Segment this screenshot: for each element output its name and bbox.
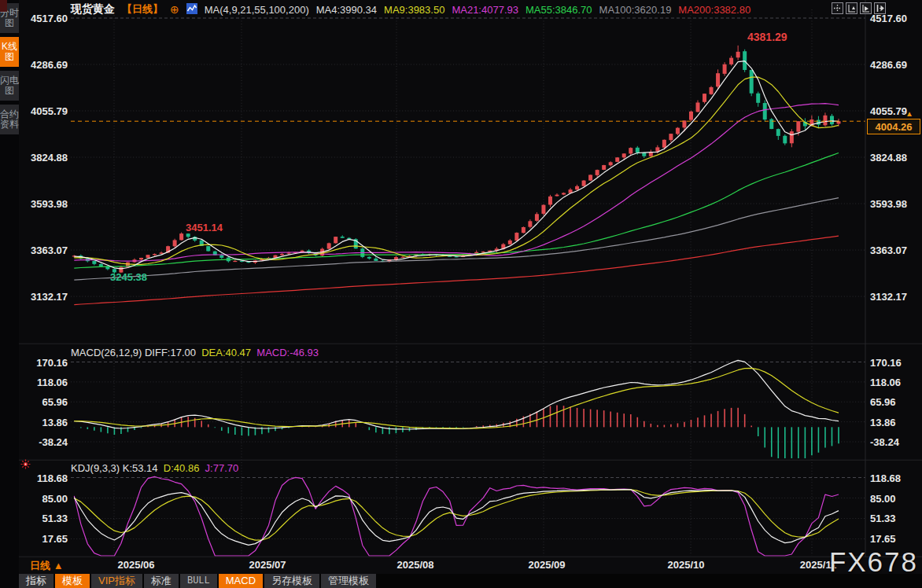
kdj-k-value: K:53.14 xyxy=(123,462,158,474)
kdj-axis-label: 17.65 xyxy=(20,533,68,545)
kdj-axis-label: 51.33 xyxy=(870,513,896,524)
kdj-j-value: J:77.70 xyxy=(205,462,239,474)
corner-decoration xyxy=(0,0,7,12)
kdj-axis-label: 118.68 xyxy=(870,472,901,483)
macd-axis-label: 13.86 xyxy=(870,416,896,428)
sidebar-item-contract-info[interactable]: 合约资料 xyxy=(0,105,19,134)
trading-app: 分时图 K线图 闪电图 合约资料 现货黄金 【日线】 ⊕ MA(4,9,21,5… xyxy=(0,0,922,588)
price-axis-label: 4055.79 xyxy=(870,105,907,117)
ma200-value: MA200:3382.80 xyxy=(678,4,751,16)
macd-axis-label: 118.06 xyxy=(870,376,901,388)
macd-axis-label: 118.06 xyxy=(20,376,68,388)
kdj-axis-label: 17.65 xyxy=(870,533,896,545)
axis-zoom-up-icon[interactable] xyxy=(846,2,857,14)
tab-manage-templates[interactable]: 管理模板 xyxy=(321,574,376,588)
price-axis-label: 4517.60 xyxy=(20,13,68,24)
expand-icon[interactable]: ⊕ xyxy=(170,3,179,16)
price-axis-label: 3593.98 xyxy=(20,198,68,210)
price-axis-label: 4286.69 xyxy=(20,59,68,71)
tab-bull[interactable]: BULL xyxy=(180,574,217,588)
tab-indicators[interactable]: 指标 xyxy=(19,574,53,588)
kdj-axis-label: 51.33 xyxy=(20,513,68,524)
swing-high-annotation: 3451.14 xyxy=(186,222,223,233)
macd-axis-label: 65.96 xyxy=(20,396,68,408)
tab-templates[interactable]: 模板 xyxy=(55,574,90,588)
macd-axis-label: -38.24 xyxy=(20,435,68,447)
price-axis-label: 4055.79 xyxy=(20,105,68,117)
macd-axis-label: 13.86 xyxy=(20,416,68,428)
high-price-annotation: 4381.29 xyxy=(747,31,787,43)
chart-header: 现货黄金 【日线】 ⊕ MA(4,9,21,55,100,200) MA4:39… xyxy=(71,2,751,17)
macd-diff-value: DIFF:17.00 xyxy=(145,347,196,358)
line-chart-icon[interactable] xyxy=(186,3,197,17)
macd-dea-value: DEA:40.47 xyxy=(201,347,251,358)
price-axis-label: 3824.88 xyxy=(870,152,907,164)
price-axis-label: 3132.17 xyxy=(20,291,68,303)
kdj-d-value: D:40.86 xyxy=(164,462,200,474)
month-label: 2025/08 xyxy=(397,559,434,571)
ma-params-label: MA(4,9,21,55,100,200) xyxy=(205,4,309,16)
kdj-title[interactable]: KDJ(9,3,3) xyxy=(71,462,120,474)
swing-low-annotation: 3245.38 xyxy=(110,271,147,283)
macd-header: MACD(26,12,9) DIFF:17.00 DEA:40.47 MACD:… xyxy=(71,347,319,358)
macd-axis-label: 65.96 xyxy=(870,396,896,408)
last-price-label: 4004.26 xyxy=(867,119,920,134)
crosshair-icon[interactable] xyxy=(832,2,843,14)
sidebar-item-lightning-chart[interactable]: 闪电图 xyxy=(0,71,19,101)
month-label: 2025/10 xyxy=(668,559,705,571)
macd-axis-label: 170.16 xyxy=(870,356,902,368)
sidebar-item-kline-chart[interactable]: K线图 xyxy=(0,37,19,67)
kdj-axis-label: 85.00 xyxy=(870,492,896,504)
sidebar: 分时图 K线图 闪电图 合约资料 xyxy=(0,0,19,588)
watermark: FX678 xyxy=(829,546,918,578)
month-label: 2025/06 xyxy=(118,559,155,571)
tab-save-template[interactable]: 另存模板 xyxy=(264,574,319,588)
macd-axis-label: 170.16 xyxy=(20,356,68,368)
tab-standard[interactable]: 标准 xyxy=(144,574,179,588)
price-arrow-icon: ▲ xyxy=(905,109,913,118)
ma4-value: MA4:3990.34 xyxy=(316,4,377,16)
price-axis-label: 3363.07 xyxy=(870,244,907,256)
kdj-header: KDJ(9,3,3) K:53.14 D:40.86 J:77.70 xyxy=(71,462,238,474)
triangle-up-icon: ▲ xyxy=(53,560,64,571)
period-selector[interactable]: 日线 ▲ xyxy=(30,559,64,573)
price-axis-label: 3363.07 xyxy=(20,244,68,256)
symbol-name: 现货黄金 xyxy=(71,2,115,17)
price-axis-label: 4286.69 xyxy=(870,59,907,71)
ma9-value: MA9:3983.50 xyxy=(384,4,444,16)
price-axis-label: 3593.98 xyxy=(870,198,907,210)
tab-macd[interactable]: MACD xyxy=(219,574,263,588)
month-label: 2025/07 xyxy=(249,559,286,571)
indicator-settings-icon[interactable] xyxy=(20,458,31,472)
bottom-toolbar: 指标 模板 VIP指标 标准 BULL MACD 另存模板 管理模板 xyxy=(19,574,922,588)
kdj-axis-label: 118.68 xyxy=(20,472,68,483)
period-tag: 【日线】 xyxy=(122,2,163,17)
kdj-axis-label: 85.00 xyxy=(20,492,68,504)
month-label: 2025/09 xyxy=(529,559,566,571)
macd-bar-value: MACD:-46.93 xyxy=(256,347,319,358)
macd-axis-label: -38.24 xyxy=(870,435,899,447)
ma21-value: MA21:4077.93 xyxy=(452,4,518,16)
chart-canvas[interactable] xyxy=(0,0,922,588)
price-axis-label: 3132.17 xyxy=(870,291,907,303)
ma100-value: MA100:3620.19 xyxy=(599,4,672,16)
ma55-value: MA55:3846.70 xyxy=(526,4,592,16)
price-axis-label: 4517.60 xyxy=(870,13,907,24)
tab-vip-indicators[interactable]: VIP指标 xyxy=(91,574,142,588)
macd-title[interactable]: MACD(26,12,9) xyxy=(71,347,142,358)
price-axis-label: 3824.88 xyxy=(20,152,68,164)
